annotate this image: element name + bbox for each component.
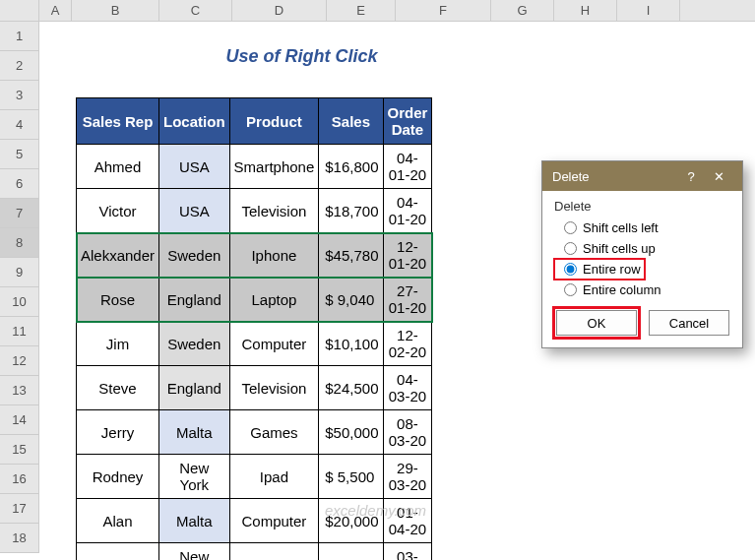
- row-header-10[interactable]: 10: [0, 287, 39, 317]
- row-header-3[interactable]: 3: [0, 81, 39, 110]
- table-cell[interactable]: Victor: [77, 189, 159, 233]
- table-cell[interactable]: 01-04-20: [383, 499, 432, 543]
- radio-input-shift-left[interactable]: [564, 221, 577, 234]
- table-cell[interactable]: 04-01-20: [383, 145, 432, 189]
- table-cell[interactable]: 03-04-20: [383, 543, 432, 561]
- table-cell[interactable]: 08-03-20: [383, 410, 432, 455]
- table-cell[interactable]: 12-02-20: [383, 322, 432, 366]
- row-header-18[interactable]: 18: [0, 524, 39, 553]
- radio-input-entire-row[interactable]: [564, 263, 577, 276]
- table-cell[interactable]: New York: [159, 543, 230, 561]
- row-header-11[interactable]: 11: [0, 317, 39, 346]
- table-cell[interactable]: $10,100: [319, 322, 383, 366]
- data-table[interactable]: Sales RepLocationProductSalesOrder Date …: [76, 97, 432, 560]
- title-cell[interactable]: Use of Right Click: [76, 46, 528, 67]
- table-cell[interactable]: $45,780: [319, 233, 383, 278]
- row-header-14[interactable]: 14: [0, 405, 39, 435]
- table-cell[interactable]: $ 9,040: [319, 278, 383, 322]
- radio-shift-up[interactable]: Shift cells up: [554, 238, 730, 259]
- table-header[interactable]: Sales Rep: [77, 98, 159, 145]
- table-cell[interactable]: 12-01-20: [383, 233, 432, 278]
- table-row[interactable]: AlanMaltaComputer$20,00001-04-20: [77, 499, 432, 543]
- col-header-G[interactable]: G: [491, 0, 554, 21]
- table-cell[interactable]: New York: [159, 455, 230, 499]
- table-cell[interactable]: 04-01-20: [383, 189, 432, 233]
- col-header-B[interactable]: B: [72, 0, 159, 21]
- table-header[interactable]: Sales: [319, 98, 383, 145]
- table-cell[interactable]: Penny: [77, 543, 159, 561]
- table-row[interactable]: AlekxanderSwedenIphone$45,78012-01-20: [77, 233, 432, 278]
- table-cell[interactable]: Games: [229, 410, 319, 455]
- col-header-C[interactable]: C: [159, 0, 232, 21]
- table-cell[interactable]: Iphone: [229, 233, 319, 278]
- table-row[interactable]: JerryMaltaGames$50,00008-03-20: [77, 410, 432, 455]
- table-cell[interactable]: Rose: [77, 278, 159, 322]
- table-cell[interactable]: Television: [229, 366, 319, 410]
- dialog-titlebar[interactable]: Delete ? ✕: [542, 161, 742, 191]
- col-header-H[interactable]: H: [554, 0, 617, 21]
- row-header-16[interactable]: 16: [0, 465, 39, 494]
- cancel-button[interactable]: Cancel: [649, 310, 729, 336]
- table-cell[interactable]: Jim: [77, 322, 159, 366]
- table-row[interactable]: RodneyNew YorkIpad$ 5,50029-03-20: [77, 455, 432, 499]
- ok-button[interactable]: OK: [556, 310, 637, 336]
- close-icon[interactable]: ✕: [705, 169, 732, 184]
- row-header-1[interactable]: 1: [0, 22, 39, 51]
- col-header-F[interactable]: F: [396, 0, 491, 21]
- table-cell[interactable]: Malta: [159, 410, 230, 455]
- col-header-D[interactable]: D: [232, 0, 327, 21]
- table-cell[interactable]: Sweden: [159, 322, 230, 366]
- table-row[interactable]: VictorUSATelevision$18,70004-01-20: [77, 189, 432, 233]
- table-row[interactable]: RoseEnglandLaptop$ 9,04027-01-20: [77, 278, 432, 322]
- table-cell[interactable]: $50,000: [319, 410, 383, 455]
- table-header[interactable]: Location: [159, 98, 230, 145]
- row-header-4[interactable]: 4: [0, 110, 39, 140]
- table-cell[interactable]: Smartwatch: [229, 543, 319, 561]
- row-header-8[interactable]: 8: [0, 228, 39, 258]
- table-cell[interactable]: England: [159, 366, 230, 410]
- table-header[interactable]: Order Date: [383, 98, 432, 145]
- table-row[interactable]: SteveEnglandTelevision$24,50004-03-20: [77, 366, 432, 410]
- table-cell[interactable]: Ipad: [229, 455, 319, 499]
- row-header-13[interactable]: 13: [0, 376, 39, 405]
- table-cell[interactable]: Television: [229, 189, 319, 233]
- table-cell[interactable]: USA: [159, 145, 230, 189]
- row-header-17[interactable]: 17: [0, 494, 39, 524]
- row-header-7[interactable]: 7: [0, 199, 39, 228]
- table-cell[interactable]: $ 5,500: [319, 455, 383, 499]
- table-cell[interactable]: Alan: [77, 499, 159, 543]
- table-cell[interactable]: Ahmed: [77, 145, 159, 189]
- table-cell[interactable]: Malta: [159, 499, 230, 543]
- row-header-5[interactable]: 5: [0, 140, 39, 169]
- table-cell[interactable]: $ 2,000: [319, 543, 383, 561]
- row-header-15[interactable]: 15: [0, 435, 39, 465]
- table-cell[interactable]: England: [159, 278, 230, 322]
- table-cell[interactable]: 04-03-20: [383, 366, 432, 410]
- table-cell[interactable]: Jerry: [77, 410, 159, 455]
- table-cell[interactable]: $16,800: [319, 145, 383, 189]
- table-row[interactable]: JimSwedenComputer$10,10012-02-20: [77, 322, 432, 366]
- table-cell[interactable]: Alekxander: [77, 233, 159, 278]
- table-cell[interactable]: $18,700: [319, 189, 383, 233]
- help-icon[interactable]: ?: [677, 169, 705, 184]
- radio-entire-row[interactable]: Entire row: [554, 259, 645, 280]
- table-cell[interactable]: Rodney: [77, 455, 159, 499]
- radio-input-entire-column[interactable]: [564, 283, 577, 296]
- select-all-corner[interactable]: [0, 0, 39, 21]
- table-cell[interactable]: Computer: [229, 322, 319, 366]
- table-cell[interactable]: Computer: [229, 499, 319, 543]
- table-cell[interactable]: Laptop: [229, 278, 319, 322]
- table-header-row[interactable]: Sales RepLocationProductSalesOrder Date: [77, 98, 432, 145]
- row-header-6[interactable]: 6: [0, 169, 39, 199]
- row-header-2[interactable]: 2: [0, 51, 39, 81]
- radio-input-shift-up[interactable]: [564, 242, 577, 255]
- table-cell[interactable]: Sweden: [159, 233, 230, 278]
- table-row[interactable]: PennyNew YorkSmartwatch$ 2,00003-04-20: [77, 543, 432, 561]
- col-header-A[interactable]: A: [39, 0, 72, 21]
- table-cell[interactable]: $20,000: [319, 499, 383, 543]
- table-header[interactable]: Product: [229, 98, 319, 145]
- table-cell[interactable]: 27-01-20: [383, 278, 432, 322]
- table-row[interactable]: AhmedUSASmartphone$16,80004-01-20: [77, 145, 432, 189]
- table-cell[interactable]: $24,500: [319, 366, 383, 410]
- table-cell[interactable]: 29-03-20: [383, 455, 432, 499]
